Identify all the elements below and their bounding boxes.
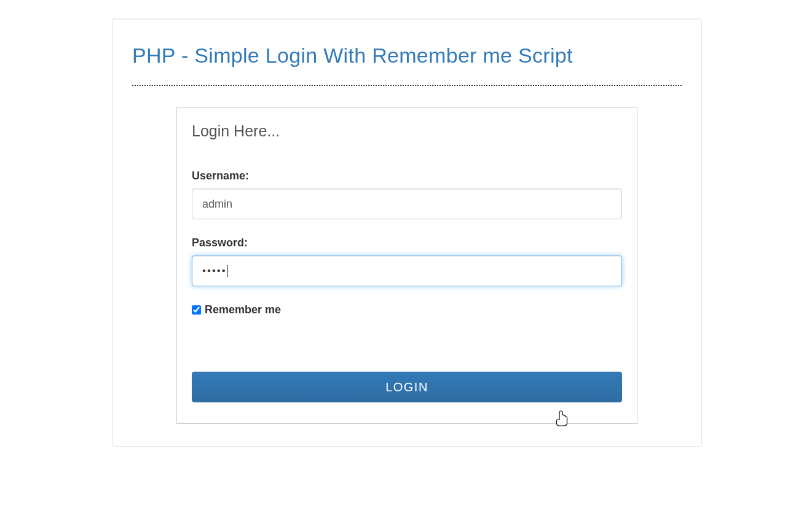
login-panel: Login Here... Username: Password: ••••• … — [176, 107, 637, 424]
page-title: PHP - Simple Login With Remember me Scri… — [132, 44, 682, 68]
remember-me-row: Remember me — [192, 303, 622, 316]
login-button[interactable]: LOGIN — [192, 372, 622, 402]
username-input[interactable] — [192, 189, 622, 219]
login-button-label: LOGIN — [385, 380, 428, 394]
remember-me-label: Remember me — [205, 303, 281, 316]
text-caret-icon — [227, 265, 228, 277]
dotted-divider — [132, 85, 682, 86]
main-container: PHP - Simple Login With Remember me Scri… — [112, 18, 702, 447]
password-label: Password: — [192, 237, 622, 249]
password-input[interactable]: ••••• — [192, 256, 622, 286]
remember-me-checkbox[interactable] — [192, 305, 201, 315]
username-label: Username: — [192, 170, 622, 182]
panel-heading: Login Here... — [192, 122, 622, 140]
password-mask: ••••• — [202, 262, 227, 280]
